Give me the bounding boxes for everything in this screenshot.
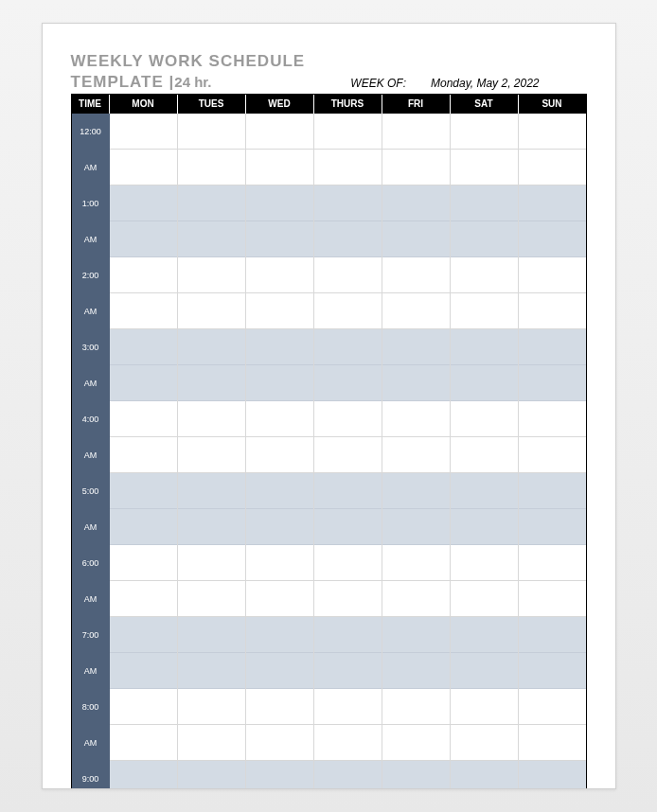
day-cell[interactable]: [382, 653, 451, 689]
slot[interactable]: [451, 653, 518, 689]
day-cell[interactable]: [314, 185, 382, 221]
slot[interactable]: [451, 401, 518, 437]
slot[interactable]: [451, 509, 518, 545]
day-cell[interactable]: [246, 114, 314, 150]
slot[interactable]: [246, 689, 313, 725]
day-cell[interactable]: [519, 581, 586, 617]
day-cell[interactable]: [246, 185, 314, 221]
day-cell[interactable]: [519, 221, 586, 257]
slot[interactable]: [382, 401, 450, 437]
day-cell[interactable]: [178, 329, 246, 365]
slot[interactable]: [246, 725, 313, 761]
slot[interactable]: [110, 509, 177, 545]
slot[interactable]: [110, 114, 177, 150]
slot[interactable]: [451, 617, 518, 653]
day-cell[interactable]: [451, 725, 519, 761]
day-cell[interactable]: [178, 221, 246, 257]
day-cell[interactable]: [382, 761, 451, 789]
day-cell[interactable]: [246, 761, 314, 789]
day-cell[interactable]: [451, 437, 519, 473]
day-cell[interactable]: [246, 473, 314, 509]
slot[interactable]: [519, 329, 586, 365]
day-cell[interactable]: [382, 365, 451, 401]
day-cell[interactable]: [451, 545, 519, 581]
slot[interactable]: [178, 293, 245, 329]
day-cell[interactable]: [451, 257, 519, 293]
slot[interactable]: [519, 365, 586, 401]
slot[interactable]: [519, 437, 586, 473]
day-cell[interactable]: [451, 329, 519, 365]
day-cell[interactable]: [314, 437, 382, 473]
slot[interactable]: [178, 761, 245, 789]
day-cell[interactable]: [178, 437, 246, 473]
slot[interactable]: [314, 761, 382, 789]
slot[interactable]: [451, 221, 518, 257]
day-cell[interactable]: [110, 114, 178, 150]
day-cell[interactable]: [110, 473, 178, 509]
day-cell[interactable]: [110, 725, 178, 761]
day-cell[interactable]: [246, 545, 314, 581]
day-cell[interactable]: [246, 581, 314, 617]
day-cell[interactable]: [519, 761, 586, 789]
slot[interactable]: [110, 617, 177, 653]
slot[interactable]: [314, 365, 382, 401]
slot[interactable]: [314, 185, 382, 221]
slot[interactable]: [382, 365, 450, 401]
day-cell[interactable]: [519, 401, 586, 437]
slot[interactable]: [382, 329, 450, 365]
day-cell[interactable]: [110, 185, 178, 221]
day-cell[interactable]: [451, 509, 519, 545]
slot[interactable]: [314, 293, 382, 329]
slot[interactable]: [519, 761, 586, 789]
slot[interactable]: [178, 437, 245, 473]
day-cell[interactable]: [382, 185, 451, 221]
slot[interactable]: [519, 689, 586, 725]
day-cell[interactable]: [451, 401, 519, 437]
slot[interactable]: [314, 437, 382, 473]
slot[interactable]: [314, 473, 382, 509]
slot[interactable]: [451, 293, 518, 329]
day-cell[interactable]: [519, 473, 586, 509]
slot[interactable]: [314, 221, 382, 257]
day-cell[interactable]: [451, 221, 519, 257]
day-cell[interactable]: [519, 653, 586, 689]
day-cell[interactable]: [178, 473, 246, 509]
day-cell[interactable]: [178, 150, 246, 185]
slot[interactable]: [110, 761, 177, 789]
day-cell[interactable]: [246, 293, 314, 329]
slot[interactable]: [451, 725, 518, 761]
day-cell[interactable]: [519, 257, 586, 293]
slot[interactable]: [382, 185, 450, 221]
slot[interactable]: [246, 509, 313, 545]
day-cell[interactable]: [314, 473, 382, 509]
day-cell[interactable]: [246, 509, 314, 545]
slot[interactable]: [246, 473, 313, 509]
slot[interactable]: [314, 653, 382, 689]
slot[interactable]: [178, 545, 245, 581]
slot[interactable]: [314, 509, 382, 545]
day-cell[interactable]: [246, 617, 314, 653]
slot[interactable]: [110, 221, 177, 257]
day-cell[interactable]: [246, 725, 314, 761]
day-cell[interactable]: [382, 293, 451, 329]
slot[interactable]: [178, 653, 245, 689]
day-cell[interactable]: [314, 761, 382, 789]
day-cell[interactable]: [382, 329, 451, 365]
day-cell[interactable]: [519, 365, 586, 401]
slot[interactable]: [314, 545, 382, 581]
slot[interactable]: [314, 329, 382, 365]
day-cell[interactable]: [382, 473, 451, 509]
day-cell[interactable]: [451, 365, 519, 401]
slot[interactable]: [382, 689, 450, 725]
day-cell[interactable]: [382, 509, 451, 545]
day-cell[interactable]: [314, 221, 382, 257]
day-cell[interactable]: [110, 545, 178, 581]
day-cell[interactable]: [314, 509, 382, 545]
slot[interactable]: [110, 257, 177, 293]
slot[interactable]: [246, 150, 313, 185]
slot[interactable]: [178, 725, 245, 761]
day-cell[interactable]: [519, 329, 586, 365]
slot[interactable]: [382, 257, 450, 293]
day-cell[interactable]: [382, 114, 451, 150]
day-cell[interactable]: [451, 761, 519, 789]
